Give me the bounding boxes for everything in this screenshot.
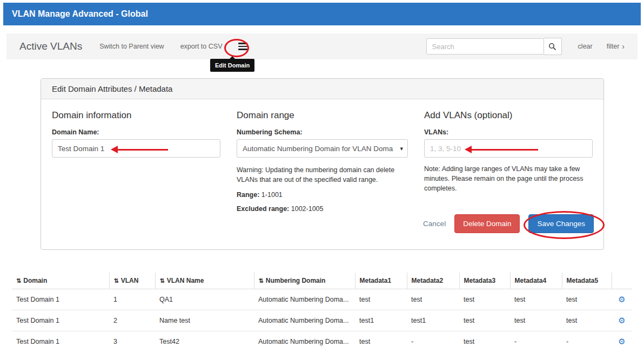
app-header: VLAN Manage Advanced - Global <box>3 3 641 25</box>
annotation-ellipse-save-changes <box>524 211 605 239</box>
numbering-schema-label: Numbering Schema: <box>237 128 408 136</box>
chevron-right-icon: › <box>622 42 625 51</box>
cell-vlan-name: Name test <box>155 310 254 331</box>
cell-metadata5: test <box>562 310 612 331</box>
table-row: Test Domain 1 3 Test42 Automatic Numberi… <box>12 331 632 347</box>
cell-metadata2: - <box>407 331 459 347</box>
page-title: VLAN Manage Advanced - Global <box>12 9 148 19</box>
domain-name-label: Domain Name: <box>52 128 220 136</box>
table-row: Test Domain 1 1 QA1 Automatic Numbering … <box>12 289 632 310</box>
numbering-schema-value: Automatic Numbering Domain for VLAN Doma <box>243 145 399 153</box>
vlan-table: ⇅Domain ⇅VLAN ⇅VLAN Name ⇅Numbering Doma… <box>12 273 632 347</box>
range-value: 1-1001 <box>261 191 283 199</box>
annotation-arrow-domain-name <box>111 146 168 153</box>
cell-vlan: 1 <box>109 289 155 310</box>
cell-metadata3: test <box>459 310 510 331</box>
cell-metadata1: test <box>355 289 407 310</box>
delete-domain-button[interactable]: Delete Domain <box>454 214 520 233</box>
switch-parent-view-link[interactable]: Switch to Parent view <box>99 43 164 50</box>
excluded-range-line: Excluded range: 1002-1005 <box>237 205 408 213</box>
cell-vlan: 2 <box>109 310 155 331</box>
cell-domain: Test Domain 1 <box>12 289 109 310</box>
actions-column-header <box>612 273 632 289</box>
excluded-range-value: 1002-1005 <box>291 205 324 213</box>
cell-vlan-name: QA1 <box>155 289 254 310</box>
domain-range-heading: Domain range <box>237 110 408 121</box>
edit-domain-tooltip: Edit Domain <box>210 59 254 72</box>
table-header-row: ⇅Domain ⇅VLAN ⇅VLAN Name ⇅Numbering Doma… <box>12 273 632 289</box>
export-csv-link[interactable]: export to CSV <box>180 43 223 50</box>
column-header-metadata2: Metadata2 <box>407 273 459 289</box>
column-header-numbering-domain[interactable]: ⇅Numbering Domain <box>254 273 355 289</box>
cell-metadata3: test <box>459 289 510 310</box>
domain-range-section: Domain range Numbering Schema: Automatic… <box>237 110 408 213</box>
sort-icon: ⇅ <box>16 277 21 284</box>
cell-metadata2: test <box>407 289 459 310</box>
arrow-shaft <box>117 149 168 151</box>
panel-body: Domain information Domain Name: Domain r… <box>41 99 603 223</box>
cell-vlan: 3 <box>109 331 155 347</box>
search-group: clear filter › <box>426 38 625 55</box>
arrow-shaft <box>471 149 538 151</box>
annotation-ellipse-menu <box>224 39 249 57</box>
search-button[interactable] <box>544 38 562 55</box>
table-row: Test Domain 1 2 Name test Automatic Numb… <box>12 310 632 331</box>
cell-metadata2: test1 <box>407 310 459 331</box>
gear-icon[interactable]: ⚙ <box>618 295 625 304</box>
filter-label: filter <box>607 43 620 50</box>
range-line: Range: 1-1001 <box>237 191 408 199</box>
column-header-metadata1: Metadata1 <box>355 273 407 289</box>
cell-numbering-domain: Automatic Numbering Doma... <box>254 331 355 347</box>
chevron-down-icon: ▾ <box>400 145 403 152</box>
column-label: VLAN <box>121 277 139 284</box>
column-header-vlan-name[interactable]: ⇅VLAN Name <box>155 273 254 289</box>
cell-metadata4: test <box>510 310 562 331</box>
column-header-domain[interactable]: ⇅Domain <box>12 273 109 289</box>
range-label: Range: <box>237 191 259 199</box>
sort-icon: ⇅ <box>160 277 165 284</box>
cell-metadata5: - <box>562 331 612 347</box>
vlans-label: VLANs: <box>424 128 593 136</box>
column-label: Numbering Domain <box>266 277 326 284</box>
section-title: Active VLANs <box>19 40 82 52</box>
gear-icon[interactable]: ⚙ <box>618 316 625 325</box>
search-icon <box>548 43 556 51</box>
column-header-metadata4: Metadata4 <box>510 273 562 289</box>
cell-domain: Test Domain 1 <box>12 310 109 331</box>
column-header-metadata3: Metadata3 <box>459 273 510 289</box>
annotation-arrow-vlans <box>465 146 538 153</box>
numbering-warning-text: Warning: Updating the numbering domain c… <box>237 165 408 185</box>
column-label: VLAN Name <box>167 277 204 284</box>
page: VLAN Manage Advanced - Global Active VLA… <box>0 0 644 347</box>
numbering-schema-select[interactable]: Automatic Numbering Domain for VLAN Doma… <box>237 139 408 158</box>
toolbar: Active VLANs Switch to Parent view expor… <box>6 33 638 59</box>
cell-metadata4: test <box>510 289 562 310</box>
domain-information-section: Domain information Domain Name: <box>52 110 220 213</box>
column-header-vlan[interactable]: ⇅VLAN <box>109 273 155 289</box>
search-input[interactable] <box>426 38 544 55</box>
cell-numbering-domain: Automatic Numbering Doma... <box>254 310 355 331</box>
panel-title: Edit Domain Attributes / Metadata <box>41 79 603 99</box>
gear-icon[interactable]: ⚙ <box>618 337 625 346</box>
add-vlans-section: Add VLANs (optional) VLANs: Note: Adding… <box>424 110 593 213</box>
filter-link[interactable]: filter › <box>607 42 625 51</box>
column-header-metadata5: Metadata5 <box>562 273 612 289</box>
sort-icon: ⇅ <box>259 277 264 284</box>
add-vlans-heading: Add VLANs (optional) <box>424 110 593 121</box>
edit-domain-panel: Edit Domain Attributes / Metadata Domain… <box>41 78 604 250</box>
clear-link[interactable]: clear <box>578 43 593 50</box>
cell-metadata1: test1 <box>355 310 407 331</box>
excluded-range-label: Excluded range: <box>237 205 289 213</box>
cell-metadata5: test <box>562 289 612 310</box>
column-label: Domain <box>23 277 47 284</box>
cell-numbering-domain: Automatic Numbering Doma... <box>254 289 355 310</box>
cell-vlan-name: Test42 <box>155 331 254 347</box>
cell-metadata4: - <box>510 331 562 347</box>
domain-information-heading: Domain information <box>52 110 220 121</box>
cell-domain: Test Domain 1 <box>12 331 109 347</box>
vlans-note-text: Note: Adding large ranges of VLANs may t… <box>424 164 586 193</box>
cell-metadata1: test <box>355 331 407 347</box>
sort-icon: ⇅ <box>114 277 119 284</box>
cell-metadata3: test <box>459 331 510 347</box>
cancel-button[interactable]: Cancel <box>423 220 446 228</box>
